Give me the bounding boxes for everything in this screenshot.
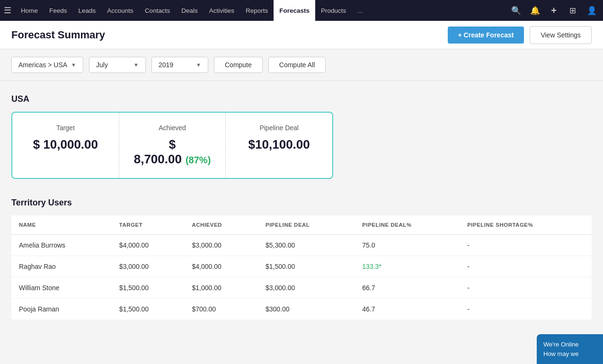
view-settings-button[interactable]: View Settings — [530, 26, 592, 44]
territory-chevron-icon: ▼ — [71, 62, 76, 68]
col-pipeline-shortage-pct: PIPELINE SHORTAGE% — [460, 215, 592, 235]
cell-target-3: $1,500.00 — [112, 299, 185, 320]
header-bar: Forecast Summary + Create Forecast View … — [0, 21, 603, 49]
nav-reports[interactable]: Reports — [240, 0, 274, 21]
col-pipeline-deal-pct: PIPELINE DEAL% — [355, 215, 460, 235]
target-label: Target — [26, 124, 106, 132]
cell-shortage-pct-2: - — [460, 277, 592, 299]
page-title: Forecast Summary — [11, 29, 105, 41]
main-content: USA Target $ 10,000.00 Achieved $ 8,700.… — [0, 81, 603, 364]
cell-name-1[interactable]: Raghav Rao — [11, 256, 112, 277]
cell-achieved-2: $1,000.00 — [185, 277, 258, 299]
month-chevron-icon: ▼ — [133, 62, 139, 68]
nav-activities[interactable]: Activities — [204, 0, 240, 21]
pipeline-value: $10,100.00 — [239, 137, 319, 152]
table-header-row: NAME TARGET ACHIEVED PIPELINE DEAL PIPEL… — [11, 215, 592, 235]
hamburger-icon[interactable]: ☰ — [4, 5, 11, 16]
territory-section-title: Territory Users — [11, 198, 592, 208]
search-icon[interactable]: 🔍 — [508, 3, 523, 18]
add-icon[interactable]: + — [546, 3, 561, 18]
table-row: Amelia Burrows $4,000.00 $3,000.00 $5,30… — [11, 235, 592, 256]
table-row: William Stone $1,500.00 $1,000.00 $3,000… — [11, 277, 592, 299]
cell-achieved-0: $3,000.00 — [185, 235, 258, 256]
achieved-section: Achieved $ 8,700.00(87%) — [119, 113, 226, 178]
col-target: TARGET — [112, 215, 185, 235]
nav-products[interactable]: Products — [315, 0, 352, 21]
create-forecast-button[interactable]: + Create Forecast — [448, 27, 524, 44]
cell-shortage-pct-0: - — [460, 235, 592, 256]
col-pipeline-deal: PIPELINE DEAL — [258, 215, 355, 235]
cell-pipeline-pct-1: 133.3* — [355, 256, 460, 277]
year-value: 2019 — [159, 61, 173, 69]
compute-all-button[interactable]: Compute All — [268, 57, 326, 73]
nav-leads[interactable]: Leads — [73, 0, 102, 21]
cell-achieved-1: $4,000.00 — [185, 256, 258, 277]
top-navigation: ☰ Home Feeds Leads Accounts Contacts Dea… — [0, 0, 603, 21]
month-filter[interactable]: July ▼ — [89, 57, 146, 73]
header-actions: + Create Forecast View Settings — [448, 26, 592, 44]
achieved-value: $ 8,700.00(87%) — [133, 137, 213, 167]
summary-section-title: USA — [11, 94, 592, 104]
nav-more[interactable]: ... — [352, 0, 368, 21]
cell-pipeline-deal-0: $5,300.00 — [258, 235, 355, 256]
grid-icon[interactable]: ⊞ — [565, 3, 580, 18]
col-name: NAME — [11, 215, 112, 235]
notification-icon[interactable]: 🔔 — [527, 3, 542, 18]
compute-button[interactable]: Compute — [214, 57, 263, 73]
chat-line1: We're Online — [543, 340, 596, 349]
cell-target-2: $1,500.00 — [112, 277, 185, 299]
cell-pipeline-pct-3: 46.7 — [355, 299, 460, 320]
target-value: $ 10,000.00 — [26, 137, 106, 152]
target-section: Target $ 10,000.00 — [12, 113, 119, 178]
cell-name-3[interactable]: Pooja Raman — [11, 299, 112, 320]
year-chevron-icon: ▼ — [196, 62, 201, 68]
table-row: Raghav Rao $3,000.00 $4,000.00 $1,500.00… — [11, 256, 592, 277]
cell-pipeline-deal-2: $3,000.00 — [258, 277, 355, 299]
pipeline-section: Pipeline Deal $10,100.00 — [226, 113, 332, 178]
nav-right-icons: 🔍 🔔 + ⊞ 👤 — [508, 3, 599, 18]
cell-pipeline-deal-3: $300.00 — [258, 299, 355, 320]
summary-card: Target $ 10,000.00 Achieved $ 8,700.00(8… — [11, 112, 333, 179]
territory-filter[interactable]: Americas > USA ▼ — [11, 57, 83, 73]
cell-pipeline-pct-0: 75.0 — [355, 235, 460, 256]
achieved-percent: (87%) — [186, 155, 211, 165]
chat-widget[interactable]: We're Online How may we — [537, 334, 603, 364]
chat-line2: How may we — [543, 349, 596, 359]
filters-bar: Americas > USA ▼ July ▼ 2019 ▼ Compute C… — [0, 49, 603, 81]
cell-target-0: $4,000.00 — [112, 235, 185, 256]
nav-accounts[interactable]: Accounts — [101, 0, 139, 21]
col-achieved: ACHIEVED — [185, 215, 258, 235]
cell-achieved-3: $700.00 — [185, 299, 258, 320]
pipeline-label: Pipeline Deal — [239, 124, 319, 132]
table-row: Pooja Raman $1,500.00 $700.00 $300.00 46… — [11, 299, 592, 320]
cell-shortage-pct-3: - — [460, 299, 592, 320]
nav-items: Home Feeds Leads Accounts Contacts Deals… — [15, 0, 508, 21]
cell-target-1: $3,000.00 — [112, 256, 185, 277]
cell-pipeline-pct-2: 66.7 — [355, 277, 460, 299]
nav-feeds[interactable]: Feeds — [44, 0, 73, 21]
cell-name-0[interactable]: Amelia Burrows — [11, 235, 112, 256]
achieved-label: Achieved — [133, 124, 213, 132]
year-filter[interactable]: 2019 ▼ — [151, 57, 208, 73]
territory-value: Americas > USA — [18, 61, 67, 69]
nav-forecasts[interactable]: Forecasts — [274, 0, 315, 21]
cell-pipeline-deal-1: $1,500.00 — [258, 256, 355, 277]
nav-deals[interactable]: Deals — [176, 0, 204, 21]
territory-table: NAME TARGET ACHIEVED PIPELINE DEAL PIPEL… — [11, 215, 592, 320]
month-value: July — [96, 61, 108, 69]
cell-name-2[interactable]: William Stone — [11, 277, 112, 299]
nav-home[interactable]: Home — [15, 0, 44, 21]
nav-contacts[interactable]: Contacts — [139, 0, 176, 21]
user-icon[interactable]: 👤 — [584, 3, 599, 18]
cell-shortage-pct-1: - — [460, 256, 592, 277]
